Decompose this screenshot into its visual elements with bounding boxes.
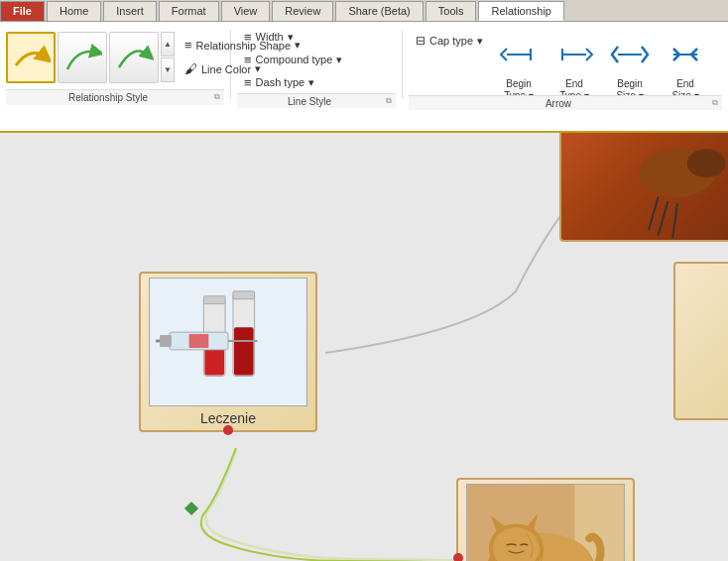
tab-bar: File Home Insert Format View Review Shar… bbox=[0, 0, 728, 22]
rel-style-inner: ▲ ▼ ≡ Relationship Shape ▾ 🖌 Line Color … bbox=[6, 26, 224, 89]
arrow-type-buttons: BeginType ▾ EndType ▾ bbox=[494, 30, 710, 105]
tab-file[interactable]: File bbox=[0, 1, 45, 21]
tab-insert[interactable]: Insert bbox=[103, 1, 157, 21]
svg-rect-23 bbox=[467, 485, 624, 561]
svg-rect-17 bbox=[233, 291, 255, 299]
chevron-icon-5: ▾ bbox=[308, 76, 314, 89]
svg-rect-13 bbox=[204, 337, 224, 375]
end-type-icon bbox=[552, 33, 596, 76]
compound-icon: ≡ bbox=[244, 53, 252, 67]
arrow-group-name: Arrow bbox=[409, 98, 708, 109]
midpoint-1[interactable] bbox=[184, 502, 198, 515]
svg-rect-24 bbox=[575, 485, 624, 561]
svg-rect-22 bbox=[189, 334, 209, 348]
dash-icon: ≡ bbox=[244, 75, 252, 90]
compound-label: Compound type bbox=[256, 54, 333, 65]
dash-label: Dash type bbox=[256, 76, 305, 88]
tab-share[interactable]: Share (Beta) bbox=[335, 1, 423, 21]
width-label: Width bbox=[256, 31, 284, 43]
canvas[interactable]: Leczenie bbox=[0, 133, 728, 561]
ribbon: ▲ ▼ ≡ Relationship Shape ▾ 🖌 Line Color … bbox=[0, 22, 728, 133]
dash-type-btn[interactable]: ≡ Dash type ▾ bbox=[237, 71, 396, 93]
line-style-expand-btn[interactable]: ⧉ bbox=[382, 94, 396, 108]
line-style-inner: ≡ Width ▾ ≡ Compound type ▾ ≡ Dash type … bbox=[237, 26, 396, 93]
odpoczynek-image bbox=[466, 484, 625, 561]
svg-line-9 bbox=[659, 201, 668, 235]
partial-node-right bbox=[673, 262, 728, 420]
tab-relationship[interactable]: Relationship bbox=[478, 1, 564, 21]
tab-tools[interactable]: Tools bbox=[425, 1, 477, 21]
arrow-inner: ⊟ Cap type ▾ bbox=[409, 26, 722, 95]
arrow-nav-up[interactable]: ▲ bbox=[161, 32, 175, 56]
ribbon-content: ▲ ▼ ≡ Relationship Shape ▾ 🖌 Line Color … bbox=[0, 22, 728, 109]
tab-home[interactable]: Home bbox=[47, 1, 101, 21]
node-odpoczynek[interactable]: Odpoczynek bbox=[456, 478, 635, 561]
svg-rect-20 bbox=[160, 335, 172, 347]
leczenie-image bbox=[149, 278, 307, 406]
separator-2 bbox=[402, 30, 403, 99]
rel-style-group-name: Relationship Style bbox=[6, 92, 210, 103]
arrow-shape-btn-3[interactable] bbox=[109, 32, 159, 83]
end-type-btn[interactable]: EndType ▾ bbox=[549, 30, 599, 105]
cap-icon: ⊟ bbox=[416, 34, 425, 48]
svg-point-27 bbox=[489, 523, 544, 561]
line-color-icon: 🖌 bbox=[184, 61, 197, 76]
begin-type-icon bbox=[497, 33, 541, 76]
arrow-nav: ▲ ▼ bbox=[161, 32, 175, 82]
width-btn[interactable]: ≡ Width ▾ bbox=[237, 26, 396, 48]
end-size-btn[interactable]: EndSize ▾ bbox=[661, 30, 710, 105]
svg-point-26 bbox=[495, 533, 592, 561]
svg-point-7 bbox=[687, 149, 726, 177]
tab-review[interactable]: Review bbox=[272, 1, 333, 21]
ribbon-group-relationship-style: ▲ ▼ ≡ Relationship Shape ▾ 🖌 Line Color … bbox=[6, 26, 224, 105]
odpoczynek-connection-left bbox=[453, 553, 463, 561]
arrow-controls: ⊟ Cap type ▾ bbox=[409, 30, 490, 56]
svg-point-6 bbox=[639, 149, 715, 196]
cap-label: Cap type bbox=[429, 35, 473, 47]
line-style-group-name: Line Style bbox=[237, 96, 382, 107]
width-icon: ≡ bbox=[244, 30, 252, 45]
rel-shape-icon: ≡ bbox=[184, 38, 192, 53]
chevron-icon-4: ▾ bbox=[336, 54, 342, 66]
arrow-shape-btn-2[interactable] bbox=[58, 32, 107, 83]
leczenie-connection-bottom bbox=[223, 425, 233, 435]
compound-type-btn[interactable]: ≡ Compound type ▾ bbox=[237, 49, 396, 70]
chevron-icon-3: ▾ bbox=[288, 31, 294, 44]
bird-image bbox=[561, 133, 728, 240]
arrow-nav-down[interactable]: ▼ bbox=[161, 57, 175, 82]
arrow-group-label-row: Arrow ⧉ bbox=[409, 95, 722, 110]
svg-point-25 bbox=[487, 533, 594, 561]
svg-line-8 bbox=[649, 197, 659, 231]
node-leczenie[interactable]: Leczenie bbox=[139, 272, 317, 432]
rel-style-expand-btn[interactable]: ⧉ bbox=[210, 90, 224, 104]
begin-type-btn[interactable]: BeginType ▾ bbox=[494, 30, 544, 105]
svg-rect-12 bbox=[203, 298, 225, 377]
arrow-expand-btn[interactable]: ⧉ bbox=[708, 96, 722, 110]
partial-node-bird[interactable] bbox=[559, 133, 728, 242]
line-style-group-label-row: Line Style ⧉ bbox=[237, 93, 396, 108]
begin-size-btn[interactable]: BeginSize ▾ bbox=[605, 30, 655, 105]
ribbon-group-arrow: ⊟ Cap type ▾ bbox=[409, 26, 722, 105]
begin-size-icon bbox=[608, 33, 652, 76]
rel-style-group-label-row: Relationship Style ⧉ bbox=[6, 89, 224, 105]
cap-type-btn[interactable]: ⊟ Cap type ▾ bbox=[409, 30, 490, 52]
svg-rect-18 bbox=[170, 332, 228, 350]
ribbon-group-line-style: ≡ Width ▾ ≡ Compound type ▾ ≡ Dash type … bbox=[237, 26, 396, 105]
end-size-icon bbox=[664, 33, 707, 76]
svg-marker-30 bbox=[526, 514, 538, 530]
svg-line-10 bbox=[672, 203, 677, 238]
svg-marker-29 bbox=[491, 516, 509, 532]
tab-format[interactable]: Format bbox=[159, 1, 219, 21]
svg-rect-16 bbox=[234, 327, 254, 375]
chevron-icon-6: ▾ bbox=[477, 35, 483, 48]
arrow-shapes: ▲ ▼ bbox=[6, 26, 175, 89]
tab-view[interactable]: View bbox=[221, 1, 271, 21]
svg-rect-14 bbox=[203, 296, 225, 304]
svg-point-28 bbox=[493, 527, 540, 561]
svg-rect-15 bbox=[233, 293, 255, 377]
arrow-shape-btn-1[interactable] bbox=[6, 32, 56, 83]
leczenie-label: Leczenie bbox=[200, 410, 256, 426]
svg-rect-11 bbox=[150, 279, 306, 405]
